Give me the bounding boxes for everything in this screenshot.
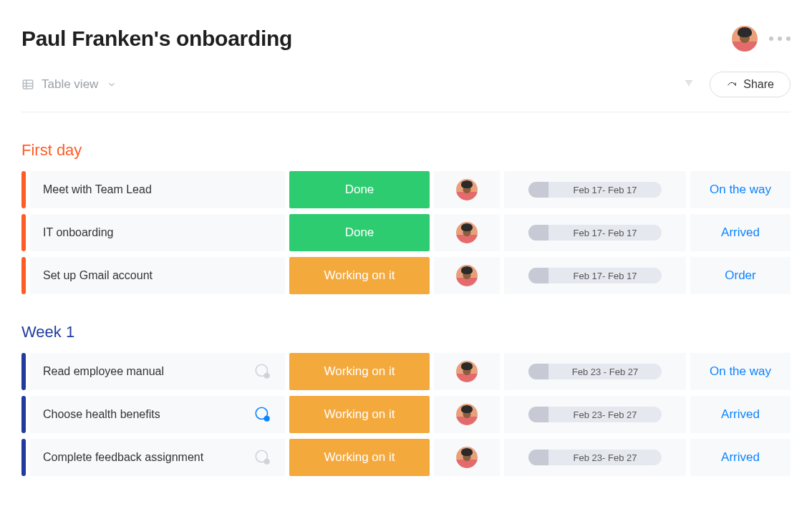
- task-cell[interactable]: Complete feedback assignment: [30, 439, 285, 476]
- toolbar-right: Share: [684, 72, 791, 97]
- owner-cell[interactable]: [434, 353, 500, 390]
- filter-icon: [684, 78, 694, 88]
- status-cell[interactable]: Working on it: [289, 396, 430, 433]
- timeline-pill: Feb 23- Feb 27: [528, 407, 662, 422]
- view-label: Table view: [42, 77, 98, 92]
- timeline-cell[interactable]: Feb 17- Feb 17: [504, 257, 686, 294]
- task-label: Complete feedback assignment: [43, 451, 253, 464]
- group-first-day: First dayMeet with Team LeadDoneFeb 17- …: [21, 141, 791, 294]
- task-cell[interactable]: Set up Gmail account: [30, 257, 285, 294]
- owner-avatar: [456, 447, 478, 468]
- owner-cell[interactable]: [434, 257, 500, 294]
- task-label: Meet with Team Lead: [43, 183, 272, 196]
- owner-cell[interactable]: [434, 171, 500, 208]
- svg-rect-0: [23, 80, 33, 89]
- timeline-pill: Feb 17- Feb 17: [528, 182, 662, 198]
- group-rows: Read employee manualWorking on itFeb 23 …: [21, 353, 791, 476]
- timeline-label: Feb 23- Feb 27: [548, 452, 662, 463]
- status-link-cell[interactable]: On the way: [690, 353, 791, 390]
- task-cell[interactable]: Choose health benefits: [30, 396, 285, 433]
- toolbar: Table view Share: [21, 72, 791, 112]
- task-cell[interactable]: Read employee manual: [30, 353, 285, 390]
- owner-cell[interactable]: [434, 396, 500, 433]
- timeline-cell[interactable]: Feb 23- Feb 27: [504, 396, 686, 433]
- owner-cell[interactable]: [434, 214, 500, 251]
- page-header: Paul Franken's onboarding: [21, 26, 791, 52]
- timeline-label: Feb 23 - Feb 27: [548, 367, 662, 377]
- view-switcher[interactable]: Table view: [21, 77, 117, 92]
- status-cell[interactable]: Done: [289, 214, 430, 251]
- task-label: Set up Gmail account: [43, 269, 272, 282]
- status-cell[interactable]: Working on it: [289, 257, 430, 294]
- chat-icon[interactable]: [253, 448, 272, 467]
- page-title: Paul Franken's onboarding: [21, 26, 292, 51]
- chat-icon[interactable]: [253, 405, 272, 424]
- filter-button[interactable]: [684, 78, 694, 91]
- svg-point-8: [264, 373, 270, 379]
- timeline-label: Feb 17- Feb 17: [548, 228, 662, 238]
- share-label: Share: [743, 78, 774, 91]
- row-accent-stripe: [21, 439, 26, 476]
- group-rows: Meet with Team LeadDoneFeb 17- Feb 17On …: [21, 171, 791, 294]
- timeline-cell[interactable]: Feb 17- Feb 17: [504, 214, 686, 251]
- task-label: Read employee manual: [43, 365, 253, 378]
- status-cell[interactable]: Working on it: [289, 439, 430, 476]
- status-link-cell[interactable]: Arrived: [690, 396, 791, 433]
- share-icon: [726, 79, 738, 90]
- timeline-cell[interactable]: Feb 23 - Feb 27: [504, 353, 686, 390]
- table-row: Read employee manualWorking on itFeb 23 …: [21, 353, 791, 390]
- share-button[interactable]: Share: [710, 72, 791, 97]
- row-accent-stripe: [21, 171, 26, 208]
- timeline-pill: Feb 23- Feb 27: [528, 450, 662, 465]
- timeline-label: Feb 17- Feb 17: [548, 185, 662, 195]
- timeline-label: Feb 17- Feb 17: [548, 271, 662, 281]
- user-avatar[interactable]: [732, 26, 758, 52]
- status-cell[interactable]: Done: [289, 171, 430, 208]
- status-link-cell[interactable]: Arrived: [690, 214, 791, 251]
- more-menu-button[interactable]: [769, 37, 791, 41]
- owner-avatar: [456, 179, 478, 200]
- group-title[interactable]: Week 1: [21, 323, 791, 341]
- svg-point-12: [264, 459, 270, 465]
- chat-icon[interactable]: [253, 362, 272, 381]
- task-cell[interactable]: IT onboarding: [30, 214, 285, 251]
- timeline-pill: Feb 17- Feb 17: [528, 268, 662, 283]
- row-accent-stripe: [21, 257, 26, 294]
- row-accent-stripe: [21, 214, 26, 251]
- table-row: Meet with Team LeadDoneFeb 17- Feb 17On …: [21, 171, 791, 208]
- owner-cell[interactable]: [434, 439, 500, 476]
- chevron-down-icon: [107, 79, 117, 89]
- row-accent-stripe: [21, 396, 26, 433]
- timeline-cell[interactable]: Feb 17- Feb 17: [504, 171, 686, 208]
- row-accent-stripe: [21, 353, 26, 390]
- task-cell[interactable]: Meet with Team Lead: [30, 171, 285, 208]
- status-link-cell[interactable]: On the way: [690, 171, 791, 208]
- timeline-pill: Feb 23 - Feb 27: [528, 364, 662, 379]
- table-row: Complete feedback assignmentWorking on i…: [21, 439, 791, 476]
- task-label: IT onboarding: [43, 226, 272, 239]
- timeline-label: Feb 23- Feb 27: [548, 409, 662, 420]
- owner-avatar: [456, 265, 478, 286]
- owner-avatar: [456, 361, 478, 382]
- task-label: Choose health benefits: [43, 408, 253, 421]
- status-cell[interactable]: Working on it: [289, 353, 430, 390]
- timeline-cell[interactable]: Feb 23- Feb 27: [504, 439, 686, 476]
- status-link-cell[interactable]: Order: [690, 257, 791, 294]
- owner-avatar: [456, 404, 478, 425]
- table-row: IT onboardingDoneFeb 17- Feb 17Arrived: [21, 214, 791, 251]
- table-row: Set up Gmail accountWorking on itFeb 17-…: [21, 257, 791, 294]
- table-view-icon: [21, 78, 34, 91]
- svg-point-10: [264, 416, 270, 422]
- owner-avatar: [456, 222, 478, 243]
- group-week-1: Week 1Read employee manualWorking on itF…: [21, 323, 791, 476]
- status-link-cell[interactable]: Arrived: [690, 439, 791, 476]
- group-title[interactable]: First day: [21, 141, 791, 160]
- table-row: Choose health benefitsWorking on itFeb 2…: [21, 396, 791, 433]
- timeline-pill: Feb 17- Feb 17: [528, 225, 662, 241]
- header-actions: [732, 26, 791, 52]
